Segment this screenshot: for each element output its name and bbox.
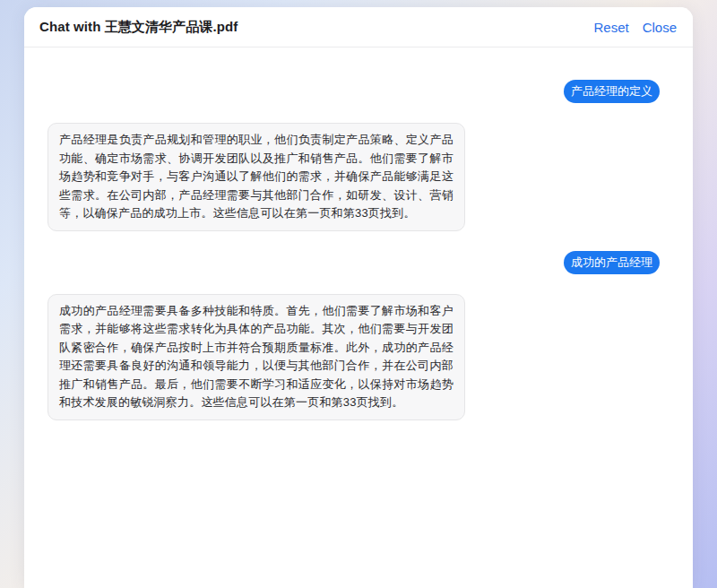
user-message-bubble: 成功的产品经理 bbox=[564, 251, 660, 274]
assistant-message-bubble: 产品经理是负责产品规划和管理的职业，他们负责制定产品策略、定义产品功能、确定市场… bbox=[48, 123, 465, 231]
page-title: Chat with 王慧文清华产品课.pdf bbox=[39, 19, 238, 36]
close-button[interactable]: Close bbox=[643, 20, 677, 35]
user-message-bubble: 产品经理的定义 bbox=[564, 80, 660, 103]
chat-window-header: Chat with 王慧文清华产品课.pdf Reset Close bbox=[24, 7, 693, 48]
assistant-message-bubble: 成功的产品经理需要具备多种技能和特质。首先，他们需要了解市场和客户需求，并能够将… bbox=[48, 294, 465, 420]
header-actions: Reset Close bbox=[593, 20, 677, 35]
chat-window: Chat with 王慧文清华产品课.pdf Reset Close 产品经理的… bbox=[24, 7, 693, 588]
reset-button[interactable]: Reset bbox=[593, 20, 628, 35]
chat-scroll-area[interactable]: 产品经理的定义 产品经理是负责产品规划和管理的职业，他们负责制定产品策略、定义产… bbox=[24, 48, 693, 588]
app-background: { "window": { "title": "Chat with 王慧文清华产… bbox=[0, 0, 717, 588]
